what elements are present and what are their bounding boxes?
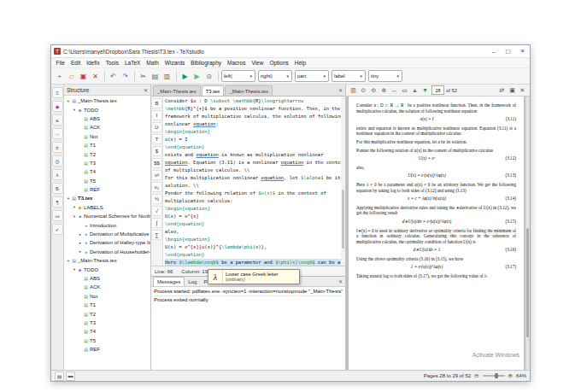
maximize-button[interactable]: ▢ [501, 45, 515, 57]
minimize-button[interactable]: – [486, 45, 501, 57]
structure-item[interactable]: ▾▤_Main-Thesis.tex [64, 97, 150, 105]
editor-line[interactable]: u(x) = I [165, 136, 343, 143]
structure-item[interactable]: ▤T4 [64, 327, 150, 336]
pdf-scrollbar[interactable] [525, 97, 530, 370]
zoom-slider-thumb[interactable] [495, 373, 498, 378]
integral-button[interactable]: ∫ [151, 218, 162, 228]
structure-item[interactable]: ▤T2 [64, 149, 150, 158]
view-pdf-button[interactable]: ⊙ [203, 71, 214, 82]
menu-view[interactable]: View [249, 60, 267, 66]
editor-line[interactable]: solution. \\ [165, 182, 343, 190]
typewriter-button[interactable]: T [151, 134, 162, 144]
structure-item[interactable]: ▤Not [64, 132, 150, 141]
sectioning-combo[interactable]: part▼ [295, 70, 329, 82]
structure-item[interactable]: ▤T5 [64, 336, 150, 345]
redo-button[interactable]: ↷ [120, 71, 131, 82]
menu-tools[interactable]: Tools [103, 60, 121, 66]
page-number-input[interactable]: 28 [431, 85, 444, 95]
close-structure-panel-button[interactable]: ✕ [144, 87, 148, 93]
build-and-view-button[interactable]: ▶ [179, 71, 191, 82]
superscript-button[interactable]: x² [151, 170, 162, 180]
toggle-embedded-viewer-button[interactable]: ▥ [349, 85, 358, 95]
zoom-in-icon[interactable]: ⊕ [508, 372, 513, 379]
editor-line[interactable]: \mathbb{R}^{+}$ be a positive nonlinear … [165, 105, 343, 113]
editor-line[interactable]: \end{equation} [165, 251, 343, 259]
close-tab-button[interactable]: ✕ [338, 87, 343, 93]
compile-button[interactable]: ▶ [191, 71, 202, 82]
editor-line[interactable]: \end{equation} [165, 220, 343, 228]
menu-edit[interactable]: Edit [67, 60, 83, 66]
structure-item[interactable]: ▤T3 [64, 319, 150, 327]
structure-item[interactable]: ▾◈TODO [64, 105, 150, 114]
special-symbols-tab[interactable]: ✓ [52, 224, 63, 235]
find-in-pdf-button[interactable]: ⊙ [359, 85, 368, 95]
wasysym-symbols-tab[interactable]: ω [52, 210, 63, 221]
detach-viewer-button[interactable]: ▣ [508, 85, 517, 95]
italic-button[interactable]: I [151, 110, 162, 120]
save-file-button[interactable]: ▣ [78, 71, 89, 82]
structure-item[interactable]: ▾▤T3.tex [64, 194, 150, 202]
delimiter-symbols-tab[interactable]: {} [52, 155, 63, 167]
structure-item[interactable]: ▤Not [64, 292, 150, 301]
editor-line[interactable]: of multiplicative calculus. \\ [165, 167, 343, 174]
editor-tab-active[interactable]: T3.tex [202, 85, 225, 96]
zoom-in-button[interactable]: ⊕ [379, 85, 389, 95]
menu-idefix[interactable]: Idefix [84, 60, 103, 66]
editor-line[interactable]: nonlinear equation: [165, 120, 343, 128]
structure-item[interactable]: ▾●Numerical Schemes for Nonlinear Eq... [64, 212, 150, 220]
right-bracket-combo[interactable]: right)▼ [258, 70, 292, 82]
structure-item[interactable]: ▾▤_Main-Thesis.tex [64, 256, 150, 265]
editor-line[interactable]: U(x) = e^{x} [165, 213, 343, 220]
sum-button[interactable]: ∑ [151, 230, 162, 240]
editor-tab[interactable]: _Main-Thesis.tex [225, 85, 273, 96]
previous-page-button[interactable]: ▲ [410, 85, 420, 95]
editor-line[interactable]: For this multiplicative nonlinear equati… [165, 174, 343, 182]
menu-help[interactable]: Help [291, 60, 308, 66]
structure-item[interactable]: ▤T1 [64, 141, 150, 149]
editor-line[interactable]: \begin{equation} [165, 236, 343, 243]
bold-button[interactable]: B [151, 98, 162, 108]
greek-symbols-tab[interactable]: λ [52, 169, 63, 180]
pdf-page-area[interactable]: Consider u : D ⊂ R → R⁺ be a positive no… [346, 97, 530, 370]
structure-item[interactable]: ●Introduction [64, 220, 150, 229]
math-symbols-tab[interactable]: ± [52, 142, 63, 153]
zoom-out-button[interactable]: ⊖ [369, 85, 379, 95]
menu-options[interactable]: Options [267, 60, 291, 66]
editor-line[interactable]: exists and equation is known as multipli… [165, 151, 343, 159]
structure-item[interactable]: ▤T5 [64, 177, 150, 185]
structure-item[interactable]: ▤REF [64, 345, 150, 354]
structure-item[interactable]: ▸●Derivation of Householder-type... [64, 248, 150, 256]
editor-line[interactable]: \begin{equation} [165, 205, 343, 213]
menu-macros[interactable]: Macros [225, 60, 249, 66]
relation-symbols-tab[interactable]: ≤ [52, 114, 63, 126]
editor-scrollbar[interactable] [341, 97, 345, 266]
structure-item[interactable]: ▾◈TODO [64, 265, 150, 273]
structure-item[interactable]: ▤ACK [64, 123, 150, 132]
left-bracket-combo[interactable]: left(▼ [221, 70, 255, 82]
pdf-page[interactable]: Consider u : D ⊂ R → R⁺ be a positive no… [349, 97, 524, 370]
title-bar[interactable]: T C:\Users\manyel\Dropbox\Sara Thesis\T3… [51, 45, 530, 58]
structure-item[interactable]: ▤REF [64, 185, 150, 194]
code-editor[interactable]: Consider $u : D \subset \mathbb{R}\longr… [163, 97, 345, 266]
structure-item[interactable]: ▤T2 [64, 309, 150, 318]
paste-button[interactable]: ▥ [161, 71, 173, 82]
editor-scrollbar-thumb[interactable] [342, 190, 344, 249]
copy-button[interactable]: ▤ [150, 71, 161, 82]
structure-item[interactable]: ▸●Derivation of Multiplicative Newt... [64, 230, 150, 238]
menu-file[interactable]: File [53, 60, 67, 66]
structure-item[interactable]: ▸●Derivation of Halley-type Iterati... [64, 238, 150, 247]
structure-item[interactable]: ▤T3 [64, 159, 150, 167]
new-file-button[interactable]: + [54, 71, 65, 82]
editor-line[interactable]: also, [165, 228, 343, 236]
subscript-button[interactable]: x₂ [151, 182, 162, 192]
arrow-symbols-tab[interactable]: → [52, 128, 63, 139]
close-file-button[interactable]: ✕ [90, 71, 101, 82]
next-page-button[interactable]: ▼ [420, 85, 430, 95]
structure-item[interactable]: ▤T4 [64, 167, 150, 176]
font-size-combo[interactable]: tiny▼ [368, 70, 402, 82]
structure-item[interactable]: ▤ACK [64, 283, 150, 291]
close-viewer-button[interactable]: ✕ [518, 85, 527, 95]
toggle-messages-panel-button[interactable]: ▬ [66, 372, 75, 381]
menu-math[interactable]: Math [144, 60, 161, 66]
fit-page-button[interactable]: ▭ [400, 85, 409, 95]
